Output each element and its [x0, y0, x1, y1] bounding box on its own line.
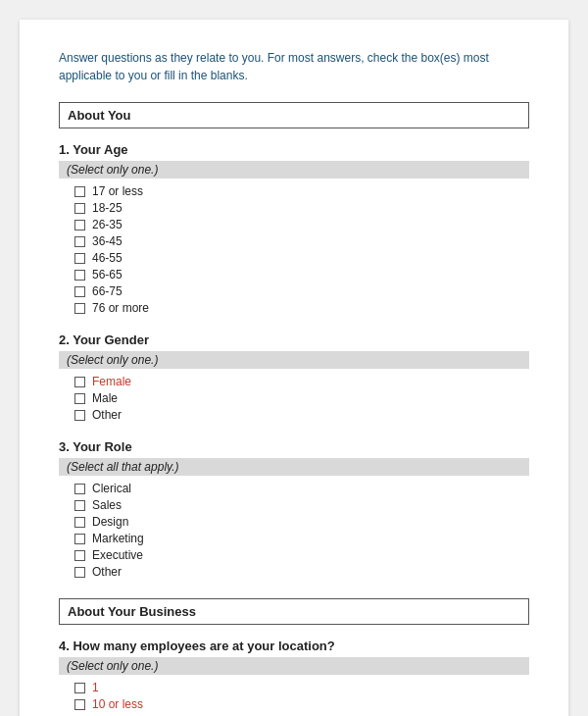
list-item: 17 or less — [74, 184, 529, 198]
checkbox-icon[interactable] — [74, 683, 85, 693]
list-item: Sales — [74, 498, 529, 512]
checkbox-icon[interactable] — [74, 270, 85, 281]
option-label: 17 or less — [92, 184, 143, 198]
question-block-q1: 1. Your Age(Select only one.)17 or less1… — [59, 142, 529, 315]
checkbox-icon[interactable] — [74, 220, 85, 230]
list-item: 26-35 — [74, 218, 529, 231]
question-title-q4: 4. How many employees are at your locati… — [59, 639, 529, 653]
question-title-q1: 1. Your Age — [59, 142, 529, 157]
checkbox-icon[interactable] — [74, 410, 85, 421]
checkbox-icon[interactable] — [74, 500, 85, 511]
question-title-q3: 3. Your Role — [59, 439, 529, 454]
options-list-q3: ClericalSalesDesignMarketingExecutiveOth… — [59, 482, 529, 579]
question-block-q3: 3. Your Role(Select all that apply.)Cler… — [59, 439, 529, 579]
option-label: Other — [92, 408, 122, 422]
list-item: 46-55 — [74, 251, 529, 265]
option-label: 66-75 — [92, 284, 122, 298]
list-item: Other — [74, 565, 529, 579]
option-label: Sales — [92, 498, 122, 512]
option-label: 10 or less — [92, 697, 143, 711]
question-title-q2: 2. Your Gender — [59, 332, 529, 347]
question-block-q2: 2. Your Gender(Select only one.)FemaleMa… — [59, 332, 529, 422]
option-label: Design — [92, 515, 128, 529]
list-item: Marketing — [74, 532, 529, 545]
list-item: Design — [74, 515, 529, 529]
option-label: 1 — [92, 681, 99, 694]
question-subtitle-q4: (Select only one.) — [59, 657, 529, 675]
list-item: 10 or less — [74, 697, 529, 711]
option-label: Executive — [92, 548, 143, 562]
checkbox-icon[interactable] — [74, 567, 85, 578]
list-item: 1 — [74, 681, 529, 694]
option-label: 18-25 — [92, 201, 122, 215]
checkbox-icon[interactable] — [74, 186, 85, 197]
list-item: Executive — [74, 548, 529, 562]
checkbox-icon[interactable] — [74, 286, 85, 297]
list-item: 66-75 — [74, 284, 529, 298]
checkbox-icon[interactable] — [74, 203, 85, 214]
list-item: Male — [74, 391, 529, 405]
list-item: Female — [74, 375, 529, 388]
list-item: 36-45 — [74, 234, 529, 248]
option-label: Marketing — [92, 532, 144, 545]
options-list-q1: 17 or less18-2526-3536-4546-5556-6566-75… — [59, 184, 529, 315]
checkbox-icon[interactable] — [74, 377, 85, 387]
option-label: 56-65 — [92, 268, 122, 281]
question-subtitle-q2: (Select only one.) — [59, 351, 529, 369]
checkbox-icon[interactable] — [74, 550, 85, 561]
question-subtitle-q1: (Select only one.) — [59, 161, 529, 179]
intro-text: Answer questions as they relate to you. … — [59, 49, 529, 84]
option-label: Male — [92, 391, 118, 405]
checkbox-icon[interactable] — [74, 484, 85, 494]
option-label: Female — [92, 375, 131, 388]
checkbox-icon[interactable] — [74, 517, 85, 528]
option-label: 26-35 — [92, 218, 122, 231]
question-block-q4: 4. How many employees are at your locati… — [59, 639, 529, 716]
checkbox-icon[interactable] — [74, 393, 85, 404]
option-label: 46-55 — [92, 251, 122, 265]
option-label: 76 or more — [92, 301, 149, 315]
question-subtitle-q3: (Select all that apply.) — [59, 458, 529, 476]
checkbox-icon[interactable] — [74, 534, 85, 544]
options-list-q2: FemaleMaleOther — [59, 375, 529, 422]
section-header-about-business: About Your Business — [59, 598, 529, 625]
section-header-about-you: About You — [59, 102, 529, 128]
list-item: Other — [74, 408, 529, 422]
options-list-q4: 110 or less11-5051-500 — [59, 681, 529, 716]
checkbox-icon[interactable] — [74, 303, 85, 314]
survey-page: Answer questions as they relate to you. … — [20, 20, 568, 716]
option-label: Clerical — [92, 482, 131, 495]
list-item: 56-65 — [74, 268, 529, 281]
checkbox-icon[interactable] — [74, 253, 85, 264]
checkbox-icon[interactable] — [74, 699, 85, 710]
list-item: 76 or more — [74, 301, 529, 315]
list-item: 18-25 — [74, 201, 529, 215]
checkbox-icon[interactable] — [74, 236, 85, 247]
option-label: 36-45 — [92, 234, 122, 248]
option-label: Other — [92, 565, 122, 579]
list-item: Clerical — [74, 482, 529, 495]
